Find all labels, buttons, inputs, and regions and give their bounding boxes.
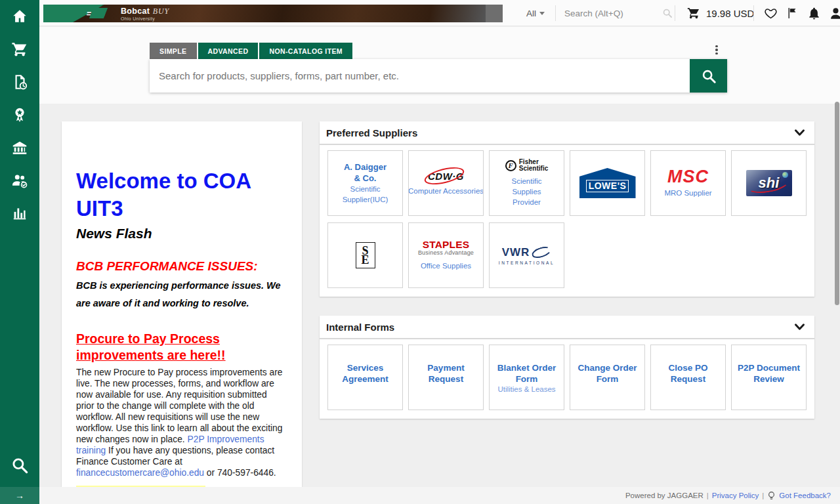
supplier-card-staples[interactable]: STAPLESBusiness AdvantageOffice Supplies — [408, 222, 484, 288]
sidebar-item-orders[interactable] — [0, 66, 39, 98]
search-submit-button[interactable] — [690, 59, 727, 93]
reporting-bar-chart-icon — [11, 205, 28, 222]
form-name: Blanket Order Form — [490, 362, 564, 385]
form-card-p2p-document-review[interactable]: P2P Document Review — [731, 345, 807, 410]
sidebar-item-accounts-payable[interactable] — [0, 131, 39, 164]
sidebar-item-reporting[interactable] — [0, 197, 39, 230]
divider — [675, 5, 675, 21]
lowes-logo: LOWE'S — [579, 168, 636, 198]
vwr-logo: VWR — [502, 246, 552, 259]
supplier-card-vwr[interactable]: VWRINTERNATIONAL — [489, 222, 564, 288]
sidebar-expand-button[interactable]: → — [0, 487, 39, 504]
user-menu-button[interactable] — [828, 5, 840, 22]
got-feedback-link[interactable]: Got Feedback? — [779, 492, 831, 499]
contracts-ribbon-icon — [11, 106, 28, 123]
search-scope-dropdown[interactable]: All — [526, 0, 545, 26]
form-card-payment-request[interactable]: Payment Request — [408, 345, 484, 410]
supplier-subtitle: Provider — [513, 197, 541, 207]
bcb-alert-body: BCB is experiencing performance issues. … — [76, 277, 287, 312]
shi-logo: shi — [746, 170, 792, 196]
msc-logo: MSC — [667, 168, 709, 186]
welcome-news-panel: Welcome to COAUIT3 News Flash BCB PERFOR… — [62, 121, 302, 487]
supplier-subtitle: Office Supplies — [421, 261, 471, 271]
supplier-card-msc[interactable]: MSCMRO Supplier — [650, 150, 726, 216]
form-name: Close PO Request — [651, 362, 725, 385]
circle-f-icon: F — [505, 160, 516, 171]
user-icon — [829, 7, 840, 20]
sidebar-item-suppliers[interactable] — [0, 164, 39, 197]
form-name: Payment Request — [409, 362, 483, 385]
sidebar-item-shop[interactable] — [0, 33, 39, 66]
notifications-button[interactable] — [806, 5, 822, 22]
flag-icon — [786, 7, 799, 20]
accounts-payable-bank-icon — [11, 139, 28, 156]
orders-document-clock-icon — [11, 74, 28, 91]
preferred-suppliers-title: Preferred Suppliers — [326, 127, 417, 138]
product-search-section: SIMPLEADVANCEDNON-CATALOG ITEM — [39, 27, 840, 104]
chevron-down-icon — [794, 129, 805, 137]
supplier-card-se[interactable]: SE — [327, 222, 403, 288]
supplier-card-lowes[interactable]: LOWE'S — [570, 150, 645, 216]
fisher-scientific-logo: FFisherScientific — [505, 159, 548, 172]
collapse-suppliers-button[interactable] — [794, 129, 805, 137]
vwr-tagline: INTERNATIONAL — [499, 261, 555, 265]
form-card-services-agreement[interactable]: Services Agreement — [327, 345, 403, 410]
main-nav-sidebar: → — [0, 0, 39, 504]
form-name: Services Agreement — [328, 362, 402, 385]
quick-search-icon[interactable] — [662, 7, 673, 22]
form-card-change-order-form[interactable]: Change Order Form — [570, 345, 645, 410]
flags-button[interactable] — [784, 5, 800, 22]
tab-simple[interactable]: SIMPLE — [150, 43, 197, 59]
favorites-heart-icon — [764, 7, 778, 20]
p2p-body-text: The new Procure to Pay process improveme… — [76, 367, 287, 478]
supplier-card-shi[interactable]: shi — [731, 150, 807, 216]
bcb-alert-heading: BCB PERFORMANCE ISSUES: — [76, 259, 287, 274]
internal-forms-panel: Internal Forms Services AgreementPayment… — [320, 316, 814, 419]
vertical-scrollbar-thumb[interactable] — [835, 102, 839, 305]
form-card-close-po-request[interactable]: Close PO Request — [650, 345, 726, 410]
bobcatbuy-banner[interactable]: = b b Bobcat BUY Ohio University — [43, 5, 503, 22]
staples-logo: STAPLES — [423, 240, 470, 249]
tab-non-catalog-item[interactable]: NON-CATALOG ITEM — [259, 43, 352, 59]
preferred-suppliers-panel: Preferred Suppliers A. Daigger& Co.Scien… — [320, 121, 814, 297]
main-search-input[interactable] — [150, 59, 690, 93]
search-icon — [700, 68, 717, 85]
shop-cart-icon — [10, 40, 29, 58]
supplier-name: & Co. — [354, 173, 377, 184]
tab-advanced[interactable]: ADVANCED — [198, 43, 259, 59]
cart-summary[interactable]: 19.98 USD — [686, 0, 754, 26]
supplier-subtitle: Scientific — [350, 184, 380, 194]
finance-email-link[interactable]: financecustomercare@ohio.edu — [76, 468, 204, 478]
supplier-subtitle: Supplies — [512, 186, 541, 197]
globe-icon — [782, 172, 788, 178]
divider — [555, 5, 556, 21]
favorites-button[interactable] — [763, 5, 778, 22]
search-options-kebab-menu[interactable] — [709, 41, 724, 58]
collapse-forms-button[interactable] — [794, 323, 805, 331]
sidebar-item-home[interactable] — [0, 0, 39, 33]
form-name: P2P Document Review — [732, 362, 806, 385]
supplier-subtitle: MRO Supplier — [664, 188, 711, 198]
privacy-policy-link[interactable]: Privacy Policy — [712, 492, 759, 499]
form-subtitle: Utilities & Leases — [497, 385, 555, 393]
search-icon — [10, 455, 30, 475]
supplier-subtitle: Scientific — [511, 176, 541, 186]
cdwg-logo: CDW·G — [428, 171, 464, 182]
footer-bar: Powered by JAGGAER | Privacy Policy | Go… — [39, 487, 840, 504]
staples-tagline: Business Advantage — [418, 249, 474, 256]
sidebar-item-contracts[interactable] — [0, 98, 39, 131]
supplier-name: A. Daigger — [344, 161, 387, 173]
home-icon — [11, 8, 28, 25]
bobcatbuy-logo-glyphs: = b b — [85, 5, 106, 21]
supplier-card-fisher[interactable]: FFisherScientificScientificSuppliesProvi… — [489, 150, 564, 216]
supplier-grid: A. Daigger& Co.ScientificSupplier(IUC)CD… — [320, 145, 814, 293]
sidebar-item-search[interactable] — [0, 449, 39, 482]
page-title: Welcome to COAUIT3 — [76, 167, 287, 222]
cart-total: 19.98 USD — [706, 8, 754, 19]
form-card-blanket-order-form[interactable]: Blanket Order FormUtilities & Leases — [489, 345, 564, 410]
p2p-improvements-link-heading[interactable]: Procure to Pay Process improvements are … — [76, 331, 287, 364]
suppliers-people-icon — [10, 171, 29, 190]
supplier-card-cdwg[interactable]: CDW·GComputer Accessories — [408, 150, 484, 216]
supplier-card-text[interactable]: A. Daigger& Co.ScientificSupplier(IUC) — [327, 150, 403, 216]
notifications-bell-icon — [807, 7, 821, 20]
